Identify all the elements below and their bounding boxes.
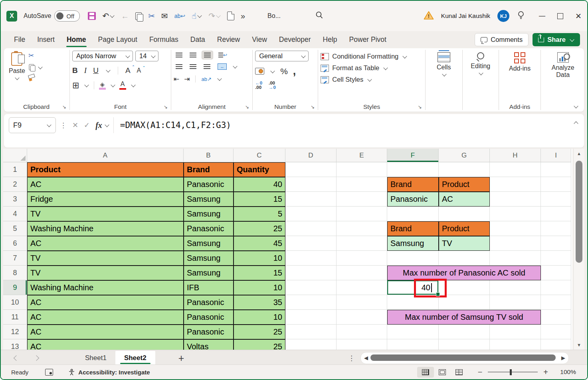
bottom-align-button[interactable] (202, 51, 213, 59)
increase-decimal-button[interactable]: ←0.00 (255, 81, 262, 90)
cell-F13[interactable] (387, 339, 439, 350)
align-left-button[interactable] (174, 63, 184, 71)
tab-formulas[interactable]: Formulas (143, 33, 184, 46)
cell-D12[interactable] (285, 325, 337, 339)
number-dialog-launcher[interactable]: ↘ (311, 104, 315, 110)
row-header-8[interactable]: 8 (3, 266, 27, 280)
cell-H3[interactable] (490, 192, 541, 207)
decrease-indent-button[interactable]: ⇤ (174, 75, 179, 83)
cell-D6[interactable] (285, 236, 337, 251)
cell-G1[interactable] (439, 162, 490, 177)
cell-I1[interactable] (541, 162, 571, 177)
cell-D8[interactable] (285, 266, 337, 280)
align-right-button[interactable] (202, 63, 212, 71)
cell-C4[interactable]: 5 (234, 207, 285, 221)
cell-F9[interactable]: 40 (387, 280, 439, 295)
cell-F1[interactable] (387, 162, 439, 177)
borders-button[interactable]: ⊞ (72, 81, 79, 90)
cell-C6[interactable]: 45 (234, 236, 285, 251)
cell-F4[interactable] (387, 207, 439, 221)
cell-E6[interactable] (337, 236, 387, 251)
row-header-3[interactable]: 3 (3, 192, 27, 207)
new-document-icon[interactable] (227, 12, 234, 20)
select-all-corner[interactable] (3, 149, 27, 162)
cell-B8[interactable]: Samsung (184, 266, 234, 280)
middle-align-button[interactable] (188, 51, 198, 59)
column-header-G[interactable]: G (439, 149, 490, 162)
tab-view[interactable]: View (246, 33, 273, 46)
row-header-13[interactable]: 13 (3, 339, 27, 350)
cut-icon[interactable]: ✂ (148, 11, 155, 21)
cell-I13[interactable] (541, 339, 571, 350)
cell-C10[interactable]: 35 (234, 295, 285, 310)
cell-I4[interactable] (541, 207, 571, 221)
maximize-button[interactable] (557, 13, 563, 19)
page-layout-view-button[interactable] (434, 367, 451, 378)
conditional-formatting-button[interactable]: Conditional Formatting (321, 53, 407, 60)
column-header-C[interactable]: C (234, 149, 285, 162)
fill-color-button[interactable]: ◈ (99, 81, 106, 90)
cell-G7[interactable] (439, 251, 490, 266)
zoom-level[interactable]: 100% (557, 368, 576, 376)
font-dialog-launcher[interactable]: ↘ (164, 104, 168, 110)
normal-view-button[interactable] (417, 367, 434, 378)
cell-H9[interactable] (490, 280, 541, 295)
cell-H7[interactable] (490, 251, 541, 266)
autosave-control[interactable]: AutoSave Off (24, 10, 80, 22)
find-replace-icon[interactable]: ab↩ (174, 13, 185, 19)
zoom-slider[interactable] (488, 372, 538, 373)
warning-icon[interactable]: ! (424, 11, 434, 22)
bold-button[interactable]: B (72, 66, 78, 75)
cell-C9[interactable]: 10 (234, 280, 285, 295)
cell-C12[interactable]: 25 (234, 325, 285, 339)
cell-F12[interactable] (387, 325, 439, 339)
toolbar-overflow-icon[interactable]: » (241, 12, 245, 21)
center-button[interactable] (188, 63, 198, 71)
cell-B10[interactable]: Panasonic (184, 295, 234, 310)
macro-record-icon[interactable] (45, 369, 53, 376)
autosave-toggle[interactable]: Off (54, 10, 80, 22)
copy-icon[interactable] (135, 12, 142, 20)
previous-sheet-icon[interactable] (14, 355, 19, 361)
merge-center-button[interactable]: ↔ (216, 62, 229, 71)
cell-D13[interactable] (285, 339, 337, 350)
cell-C7[interactable]: 10 (234, 251, 285, 266)
cell-E3[interactable] (337, 192, 387, 207)
row-header-1[interactable]: 1 (3, 162, 27, 177)
enter-icon[interactable]: ✓ (84, 121, 90, 130)
cell-E10[interactable] (337, 295, 387, 310)
cell-A6[interactable]: AC (27, 236, 184, 251)
row-header-2[interactable]: 2 (3, 177, 27, 192)
cell-B5[interactable]: Panasonic (184, 221, 234, 236)
tab-review[interactable]: Review (211, 33, 246, 46)
italic-button[interactable]: I (84, 66, 87, 75)
cell-B11[interactable]: Panasonic (184, 310, 234, 325)
cell-B2[interactable]: Panasonic (184, 177, 234, 192)
row-header-6[interactable]: 6 (3, 236, 27, 251)
zoom-slider-handle[interactable] (510, 369, 512, 375)
expand-formula-bar-icon[interactable] (574, 121, 578, 126)
accessibility-status[interactable]: Accessibility: Investigate (68, 369, 150, 376)
cell-A10[interactable]: AC (27, 295, 184, 310)
cell-D5[interactable] (285, 221, 337, 236)
cell-H6[interactable] (490, 236, 541, 251)
avatar[interactable]: KJ (497, 10, 509, 22)
cell-E13[interactable] (337, 339, 387, 350)
cell-H13[interactable] (490, 339, 541, 350)
horizontal-scroll-thumb[interactable] (370, 354, 556, 361)
alignment-dialog-launcher[interactable]: ↘ (245, 104, 249, 110)
save-icon[interactable] (88, 12, 96, 20)
addins-button[interactable]: Add-ins (506, 51, 534, 74)
cell-H1[interactable] (490, 162, 541, 177)
zoom-in-button[interactable]: + (543, 368, 548, 377)
increase-indent-button[interactable]: ⇥ (184, 75, 190, 83)
format-as-table-button[interactable]: Format as Table (321, 64, 388, 72)
cell-D9[interactable] (285, 280, 337, 295)
cell-I8[interactable] (541, 266, 571, 280)
cell-B1[interactable]: Brand (184, 162, 234, 177)
cell-A11[interactable]: AC (27, 310, 184, 325)
cell-F2[interactable]: Brand (387, 177, 439, 192)
editing-button[interactable]: Editing (467, 51, 493, 77)
sheet-tab-sheet2[interactable]: Sheet2 (115, 351, 155, 365)
tab-help[interactable]: Help (317, 33, 343, 46)
